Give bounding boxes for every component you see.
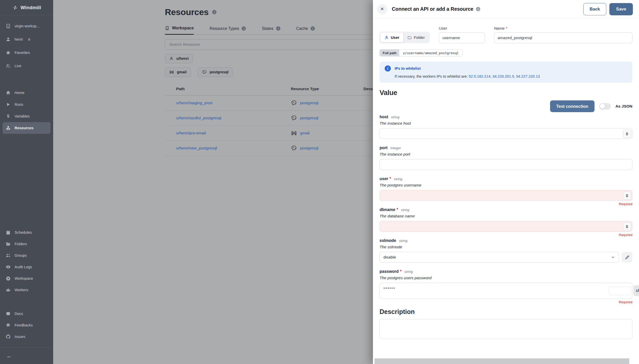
sidebar: Windmill virgin-worksp... henri ♛ Favori… [0, 0, 53, 364]
field-description: The postgres users password [380, 276, 632, 280]
owner-user-label: User [391, 35, 399, 40]
toggle-knob [600, 104, 605, 109]
name-field-label: Name* [494, 26, 632, 31]
sidebar-item-favorites[interactable]: Favorites [3, 46, 51, 59]
book-icon [6, 311, 11, 316]
sidebar-item-groups[interactable]: Groups [3, 250, 51, 261]
horizontal-scrollbar-track[interactable] [373, 358, 639, 364]
discord-icon [6, 323, 11, 328]
password-input[interactable] [380, 283, 632, 299]
required-note: Required [380, 202, 632, 206]
field-type: string [401, 208, 409, 212]
sidebar-item-workspace-settings[interactable]: Workspace [3, 273, 51, 284]
full-path-display: Full path u/username/amazed_postgresql [380, 49, 463, 56]
owner-user-button[interactable]: User [380, 32, 403, 42]
runs-label: Runs [15, 102, 23, 107]
password-inline-box[interactable] [609, 286, 631, 295]
sidebar-item-workspace-switcher[interactable]: virgin-worksp... [3, 19, 51, 33]
favorites-label: Favorites [15, 51, 30, 55]
field-name: sslmode [380, 238, 396, 243]
full-path-badge: Full path [380, 50, 399, 56]
as-json-toggle[interactable] [599, 103, 611, 110]
field-description: The sslmode [380, 245, 632, 249]
field-sslmode: sslmode string The sslmode disable [380, 238, 632, 263]
variable-picker-button[interactable]: $ [623, 222, 631, 231]
worker-ip-list[interactable]: 52.5.182.214, 34.233.201.5, 54.227.220.1… [469, 74, 540, 78]
field-description: The instance port [380, 152, 632, 157]
user-field-input[interactable] [439, 32, 485, 43]
variable-picker-button[interactable]: $ [623, 191, 631, 200]
required-note: Required [380, 233, 632, 237]
field-description: The instance host [380, 121, 632, 126]
value-section-heading: Value [380, 89, 632, 97]
star-icon [6, 50, 11, 55]
required-asterisk: * [396, 207, 398, 212]
groups-label: Groups [15, 253, 27, 257]
schedules-label: Schedules [15, 230, 32, 234]
field-type: integer [390, 146, 401, 150]
feedbacks-label: Feedbacks [15, 323, 33, 327]
description-textarea[interactable] [380, 319, 632, 339]
field-name: user* [380, 177, 391, 181]
horizontal-scrollbar-thumb[interactable] [374, 358, 629, 364]
collapse-sidebar-button[interactable]: ← [0, 348, 53, 364]
person-icon [6, 37, 11, 42]
sidebar-item-issues[interactable]: Issues [3, 331, 51, 342]
back-arrow-icon: ← [6, 352, 12, 359]
sidebar-item-runs[interactable]: Runs [3, 99, 51, 110]
robot-icon [6, 287, 11, 292]
sidebar-item-schedules[interactable]: Schedules [3, 227, 51, 238]
sidebar-item-user[interactable]: henri ♛ [3, 33, 51, 46]
user-group-icon [6, 253, 11, 258]
back-button[interactable]: Back [583, 3, 607, 15]
save-button[interactable]: Save [609, 3, 633, 15]
chevron-down-icon [611, 255, 615, 260]
sidebar-item-resources[interactable]: Resources [3, 122, 51, 134]
home-label: Home [15, 91, 25, 95]
play-icon [6, 102, 11, 107]
host-input[interactable] [380, 128, 632, 139]
test-connection-button[interactable]: Test connection [550, 100, 594, 112]
field-type: string [394, 177, 402, 181]
name-field-input[interactable] [494, 32, 632, 43]
field-dbname: dbname* string The database name $ Requi… [380, 207, 632, 237]
workers-label: Workers [15, 288, 28, 292]
edit-pencil-button[interactable] [622, 252, 632, 263]
field-type: string [391, 115, 400, 119]
sidebar-item-home[interactable]: Home [3, 87, 51, 99]
show-password-chip[interactable]: sh [633, 285, 639, 296]
sidebar-item-feedbacks[interactable]: Feedbacks [3, 319, 51, 331]
users-icon [6, 63, 11, 68]
field-name: password* [380, 269, 402, 274]
infobox-title: IPs to whitelist [395, 66, 421, 71]
issues-label: Issues [15, 335, 25, 339]
owner-folder-button[interactable]: Folder [403, 32, 429, 42]
required-note: Required [380, 300, 632, 304]
workspace-name: virgin-worksp... [15, 24, 40, 28]
home-icon [6, 90, 11, 95]
sslmode-select[interactable]: disable [380, 252, 619, 263]
crown-icon: ♛ [28, 38, 31, 41]
user-input[interactable] [380, 190, 632, 201]
brand[interactable]: Windmill [0, 0, 53, 15]
full-path-value: u/username/amazed_postgresql [399, 50, 462, 56]
gear-icon [6, 276, 11, 281]
sidebar-item-audit-logs[interactable]: Audit Logs [3, 261, 51, 273]
field-type: string [404, 270, 413, 274]
github-icon [6, 334, 11, 339]
dollar-icon: $ [6, 114, 11, 119]
sidebar-item-live[interactable]: Live [3, 59, 51, 73]
sidebar-item-variables[interactable]: $ Variables [3, 110, 51, 122]
owner-kind-toggle: User Folder [380, 32, 430, 43]
sidebar-item-workers[interactable]: Workers [3, 284, 51, 296]
drawer-title-info-icon[interactable]: i [476, 7, 480, 11]
sidebar-item-folders[interactable]: Folders [3, 238, 51, 250]
drawer-header: ✕ Connect an API or add a Resource i Bac… [373, 0, 639, 18]
variable-picker-button[interactable]: $ [623, 130, 631, 138]
calendar-icon [6, 230, 11, 235]
close-icon[interactable]: ✕ [377, 4, 387, 14]
drawer-body: User Folder User Name* [373, 18, 639, 364]
sidebar-item-docs[interactable]: Docs [3, 308, 51, 319]
port-input[interactable] [380, 159, 632, 170]
dbname-input[interactable] [380, 221, 632, 232]
